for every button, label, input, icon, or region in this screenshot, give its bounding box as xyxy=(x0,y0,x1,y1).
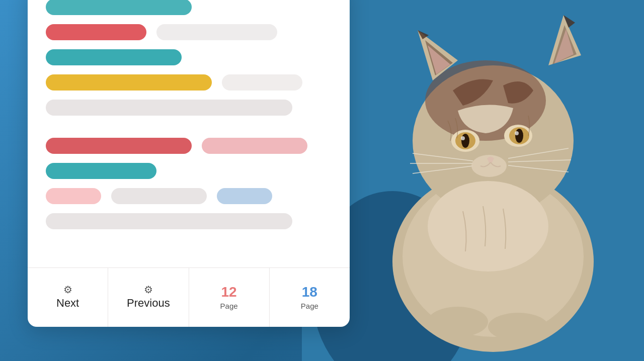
svg-point-22 xyxy=(428,307,488,337)
row-9 xyxy=(46,213,332,229)
row-2 xyxy=(46,49,332,65)
panel: ⚙ Next ⚙ Previous 12 Page 18 Page xyxy=(28,0,350,327)
cat-illustration xyxy=(302,0,644,361)
row-3 xyxy=(46,74,332,91)
row-4 xyxy=(46,100,332,116)
bar-red-1 xyxy=(46,24,146,40)
page-12-label: Page xyxy=(220,302,238,310)
page-18-number: 18 xyxy=(302,285,317,300)
svg-point-13 xyxy=(515,131,519,135)
page-12-button[interactable]: 12 Page xyxy=(189,268,270,327)
page-18-label: Page xyxy=(301,302,318,310)
bar-yellow-3 xyxy=(46,74,212,91)
bar-gray-9 xyxy=(46,213,292,229)
previous-icon: ⚙ xyxy=(144,285,153,295)
next-button[interactable]: ⚙ Next xyxy=(28,268,108,327)
bar-teal-top xyxy=(46,0,192,15)
svg-point-23 xyxy=(488,313,548,341)
row-5 xyxy=(46,125,332,129)
footer-nav: ⚙ Next ⚙ Previous 12 Page 18 Page xyxy=(28,267,350,327)
svg-point-10 xyxy=(461,136,465,140)
rows-area xyxy=(28,0,350,267)
page-18-button[interactable]: 18 Page xyxy=(270,268,350,327)
cat-svg xyxy=(302,0,644,361)
svg-point-9 xyxy=(461,134,469,148)
svg-point-21 xyxy=(428,181,548,272)
row-8 xyxy=(46,188,332,204)
bar-gray-4 xyxy=(46,100,292,116)
bar-pink-8 xyxy=(46,188,101,204)
bar-red-6 xyxy=(46,138,192,154)
row-7 xyxy=(46,163,332,179)
next-icon: ⚙ xyxy=(63,285,72,295)
previous-label: Previous xyxy=(127,297,170,310)
next-label: Next xyxy=(56,297,79,310)
bar-pink-6 xyxy=(202,138,307,154)
row-0 xyxy=(46,0,332,15)
svg-point-12 xyxy=(515,129,523,143)
bar-gray-1 xyxy=(156,24,277,40)
bar-teal-2 xyxy=(46,49,182,65)
bar-light-3 xyxy=(222,74,302,91)
page-12-number: 12 xyxy=(221,285,237,300)
row-1 xyxy=(46,24,332,40)
row-6 xyxy=(46,138,332,154)
svg-point-20 xyxy=(471,155,507,177)
bar-gray-8 xyxy=(111,188,207,204)
bar-blue-8 xyxy=(217,188,272,204)
bar-teal-7 xyxy=(46,163,156,179)
previous-button[interactable]: ⚙ Previous xyxy=(108,268,189,327)
